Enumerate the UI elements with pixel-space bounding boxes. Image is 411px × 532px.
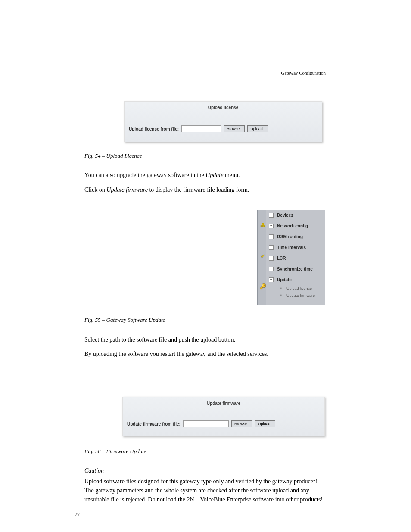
nav-label: Update <box>277 277 292 282</box>
firmware-file-input[interactable] <box>183 420 229 427</box>
text: You can also upgrade the gateway softwar… <box>84 172 206 178</box>
figure-caption-56: Fig. 56 – Firmware Update <box>84 448 146 455</box>
nav-sublabel: Upload license <box>286 286 312 291</box>
upload-license-row: Upload license from file: Browse.. Uploa… <box>129 125 268 132</box>
figure-caption-55: Fig. 55 – Gateway Software Update <box>84 317 165 324</box>
caution-block: Caution Upload software files designed f… <box>84 466 326 504</box>
paragraph-select-path: Select the path to the software file and… <box>84 335 326 344</box>
browse-button[interactable]: Browse.. <box>231 420 252 427</box>
paragraph-update-menu: You can also upgrade the gateway softwar… <box>84 171 326 180</box>
dot-icon[interactable]: · <box>269 267 274 271</box>
text-em: Update firmware <box>106 187 149 193</box>
bullet-icon: • <box>279 294 283 298</box>
nav-item-update[interactable]: − Update <box>266 274 325 285</box>
update-button[interactable]: Upload.. <box>255 420 276 427</box>
nav-label: GSM routing <box>277 234 303 239</box>
text: Click on <box>84 187 106 193</box>
panel-title: Upload license <box>125 105 322 110</box>
caution-body: Upload software files designed for this … <box>84 477 326 504</box>
nav-tree-screenshot: 🖧 ✔ 🔑 + Devices + Network config + GSM r… <box>257 210 325 305</box>
horizontal-rule <box>75 78 326 78</box>
nav-item-devices[interactable]: + Devices <box>266 210 325 221</box>
update-firmware-label: Update firmware from file: <box>127 422 181 426</box>
figure-caption-54: Fig. 54 – Upload Licence <box>84 152 142 159</box>
nav-item-lcr[interactable]: + LCR <box>266 253 325 264</box>
key-icon: 🔑 <box>259 283 266 290</box>
plus-icon[interactable]: + <box>269 224 274 228</box>
upload-license-label: Upload license from file: <box>129 127 179 131</box>
text: to display the firmware file loading for… <box>149 187 249 193</box>
plus-icon[interactable]: + <box>269 256 274 261</box>
nav-label: Synchronize time <box>277 267 313 271</box>
text: menu. <box>225 172 240 178</box>
nav-label: Devices <box>277 213 293 218</box>
upload-button[interactable]: Upload.. <box>247 125 268 132</box>
panel-title: Update firmware <box>123 401 324 406</box>
caution-heading: Caution <box>84 467 104 474</box>
nav-subitem-upload-license[interactable]: • Upload license <box>266 285 325 292</box>
nav-label: Time intervals <box>277 245 306 250</box>
plus-icon[interactable]: + <box>269 234 274 239</box>
nav-body: + Devices + Network config + GSM routing… <box>266 210 325 305</box>
nav-subitem-update-firmware[interactable]: • Update firmware <box>266 292 325 299</box>
network-icon: 🖧 <box>259 222 266 229</box>
paragraph-restart-note: By uploading the software you restart th… <box>84 349 326 358</box>
nav-item-network-config[interactable]: + Network config <box>266 221 325 231</box>
minus-icon[interactable]: − <box>269 277 274 282</box>
running-head: Gateway Configuration <box>281 70 326 75</box>
nav-item-gsm-routing[interactable]: + GSM routing <box>266 231 325 242</box>
update-firmware-panel: Update firmware Update firmware from fil… <box>122 397 325 436</box>
dot-icon[interactable]: · <box>269 245 274 250</box>
nav-item-sync-time[interactable]: · Synchronize time <box>266 264 325 274</box>
check-icon: ✔ <box>259 253 266 260</box>
nav-sublabel: Update firmware <box>286 293 315 298</box>
update-firmware-row: Update firmware from file: Browse.. Uplo… <box>127 420 275 427</box>
upload-license-panel: Upload license Upload license from file:… <box>124 101 322 142</box>
page-number: 77 <box>75 512 80 518</box>
browse-button[interactable]: Browse.. <box>224 125 245 132</box>
nav-label: Network config <box>277 224 308 228</box>
bullet-icon: • <box>279 287 283 291</box>
nav-label: LCR <box>277 256 286 261</box>
plus-icon[interactable]: + <box>269 213 274 218</box>
nav-item-time-intervals[interactable]: · Time intervals <box>266 242 325 253</box>
paragraph-firmware-form: Click on Update firmware to display the … <box>84 185 326 194</box>
text-em: Update <box>206 172 225 178</box>
license-file-input[interactable] <box>181 125 221 132</box>
